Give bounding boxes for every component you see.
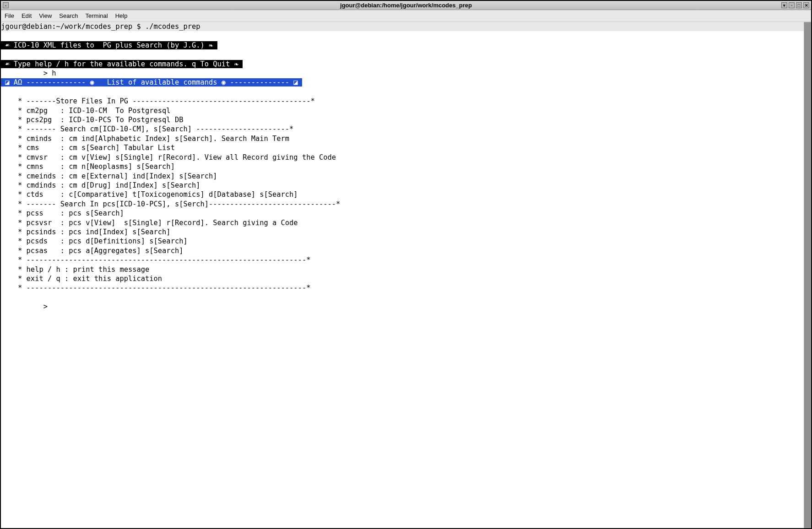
output-line: * ------- Search In pcs[ICD-10-PCS], s[S… [1,200,811,209]
output-line: * -------Store Files In PG -------------… [1,97,811,106]
menubar: File Edit View Search Terminal Help [1,10,811,22]
shell-prompt: jgour@debian:~/work/mcodes_prep $ ./mcod… [1,22,811,31]
output-line: * pcss : pcs s[Search] [1,209,811,218]
output-line: * exit / q : exit this application [1,274,811,283]
menu-search[interactable]: Search [59,12,78,19]
menu-view[interactable]: View [39,12,52,19]
output-line: * pcsvsr : pcs v[View] s[Single] r[Recor… [1,218,811,227]
output-line: * pcsinds : pcs ind[Index] s[Search] [1,227,811,237]
output-line: * cm2pg : ICD-10-CM To Postgresql [1,106,811,115]
output-line: * ------- Search cm[ICD-10-CM], s[Search… [1,124,811,134]
output-line: * cmdinds : cm d[Drug] ind[Index] s[Sear… [1,181,811,190]
output-line: * cminds : cm ind[Alphabetic Index] s[Se… [1,134,811,143]
output-line: * cmvsr : cm v[View] s[Single] r[Record]… [1,153,811,162]
menu-edit[interactable]: Edit [22,12,32,19]
menu-help[interactable]: Help [115,12,128,19]
user-input: > h [1,69,811,78]
output-line [1,293,811,302]
vertical-scrollbar[interactable] [804,22,811,528]
output-line: * cmeinds : cm e[External] ind[Index] s[… [1,172,811,181]
output-line: * --------------------------------------… [1,283,811,292]
menu-file[interactable]: File [5,12,14,19]
app-banner: ☙ ICD-10 XML files to PG plus Search (by… [1,41,217,49]
minimize-button[interactable]: ▾ [781,2,787,8]
output-line: * cmns : cm n[Neoplasms] s[Search] [1,162,811,171]
window-titlebar: - jgour@debian:/home/jgour/work/mcodes_p… [1,1,811,10]
output-line [1,87,811,97]
output-line: * help / h : print this message [1,265,811,274]
output-line: * cms : cm s[Search] Tabular List [1,143,811,152]
commands-header: ◪ ΑΩ -------------- ◉ List of available … [1,78,302,86]
output-line: * --------------------------------------… [1,255,811,264]
menu-terminal[interactable]: Terminal [86,12,108,19]
scrollbar-thumb[interactable] [804,22,811,528]
maximize-button[interactable]: □ [796,2,802,8]
terminal-output[interactable]: jgour@debian:~/work/mcodes_prep $ ./mcod… [1,22,811,528]
window-menu-button[interactable]: - [3,2,9,8]
window-title: jgour@debian:/home/jgour/work/mcodes_pre… [340,2,472,9]
close-button[interactable]: ✕ [803,2,809,8]
output-line: * pcs2pg : ICD-10-PCS To Postgresql DB [1,115,811,124]
output-line: * pcsds : pcs d[Definitions] s[Search] [1,237,811,246]
output-line: > [1,302,811,311]
help-banner: ☙ Type help / h for the available comman… [1,60,243,68]
output-line: * ctds : c[Comparative] t[Toxicogenomics… [1,190,811,199]
restore-button[interactable]: ▫ [789,2,795,8]
output-line: * pcsas : pcs a[Aggregates] s[Search] [1,246,811,255]
